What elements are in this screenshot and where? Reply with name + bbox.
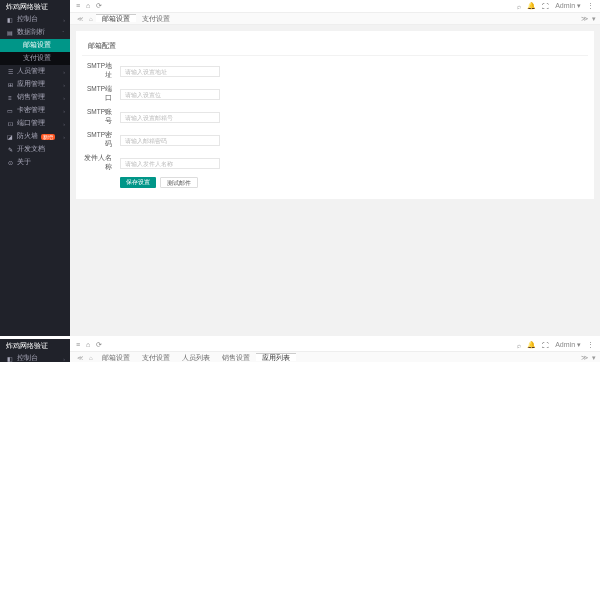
sidebar: 炸鸡网络验证 ◧控制台›☰人员管理›⊞应用管理˅应用列表版本管理公告管理变量管理… (0, 339, 70, 362)
mail-config-card: 邮箱配置 SMTP地址请输入设置地址SMTP端口请输入设置位SMTP账号请输入设… (76, 31, 594, 199)
chevron-icon: › (63, 95, 65, 101)
brand-logo: 炸鸡网络验证 (0, 0, 70, 13)
main-area: ≡ ⌂ ⟳ ⌕ 🔔 ⛶ Admin ▾ ⋮ ≪ ⌂ 邮箱设置支付设置 ≫ ▾ (70, 0, 600, 336)
tab-prev-icon[interactable]: ≪ (77, 354, 83, 361)
chevron-icon: › (63, 121, 65, 127)
chevron-icon: › (63, 17, 65, 23)
sidebar-item[interactable]: ◧控制台› (0, 13, 70, 26)
form-label: SMTP端口 (82, 85, 120, 103)
sidebar-icon: ⊙ (6, 159, 14, 166)
search-icon[interactable]: ⌕ (517, 3, 521, 10)
text-input[interactable]: 请输入设置邮箱号 (120, 112, 220, 123)
fullscreen-icon[interactable]: ⛶ (542, 3, 549, 10)
chevron-icon: › (63, 108, 65, 114)
sidebar-icon: ☰ (6, 68, 14, 75)
tab[interactable]: 销售设置 (216, 353, 256, 361)
sidebar-item[interactable]: ⊙关于 (0, 156, 70, 169)
form-label: SMTP地址 (82, 62, 120, 80)
main-area: ≡ ⌂ ⟳ ⌕ 🔔 ⛶ Admin ▾ ⋮ ≪ ⌂ 邮箱设置支付设置人员列表销售… (70, 339, 600, 362)
tab-home-icon[interactable]: ⌂ (89, 16, 93, 22)
sidebar-icon: ≡ (6, 95, 14, 101)
card-title: 邮箱配置 (82, 37, 588, 56)
refresh-icon[interactable]: ⟳ (96, 341, 102, 349)
tabbar: ≪ ⌂ 邮箱设置支付设置 ≫ ▾ (70, 13, 600, 25)
sidebar-icon: ◧ (6, 355, 14, 362)
tab[interactable]: 邮箱设置 (96, 14, 136, 22)
chevron-icon: › (63, 134, 65, 140)
tab-menu-icon[interactable]: ▾ (592, 354, 596, 362)
sidebar-icon: ▤ (6, 29, 14, 36)
fullscreen-icon[interactable]: ⛶ (542, 342, 549, 349)
sidebar-item[interactable]: ▤数据剖析˅ (0, 26, 70, 39)
form-label: SMTP密码 (82, 131, 120, 149)
tab-next-icon[interactable]: ≫ (581, 354, 588, 362)
bell-icon[interactable]: 🔔 (527, 341, 536, 349)
sidebar: 炸鸡网络验证 ◧控制台›▤数据剖析˅邮箱设置支付设置☰人员管理›⊞应用管理›≡销… (0, 0, 70, 336)
form-label: 发件人名称 (82, 154, 120, 172)
sidebar-icon: ◧ (6, 16, 14, 23)
sidebar-item[interactable]: ◧控制台› (0, 352, 70, 362)
topbar: ≡ ⌂ ⟳ ⌕ 🔔 ⛶ Admin ▾ ⋮ (70, 339, 600, 352)
sidebar-item[interactable]: ◪防火墙新增› (0, 130, 70, 143)
tab[interactable]: 人员列表 (176, 353, 216, 361)
user-menu[interactable]: Admin ▾ (555, 341, 581, 349)
sidebar-item[interactable]: ⊡端口管理› (0, 117, 70, 130)
sidebar-item[interactable]: ⊞应用管理› (0, 78, 70, 91)
new-badge: 新增 (41, 134, 55, 140)
form-label: SMTP账号 (82, 108, 120, 126)
more-icon[interactable]: ⋮ (587, 2, 594, 10)
sidebar-icon: ⊞ (6, 81, 14, 88)
tab[interactable]: 应用列表 (256, 353, 296, 361)
menu-icon[interactable]: ≡ (76, 341, 80, 349)
refresh-icon[interactable]: ⟳ (96, 2, 102, 10)
sidebar-item[interactable]: ▭卡密管理› (0, 104, 70, 117)
search-icon[interactable]: ⌕ (517, 342, 521, 349)
home-icon[interactable]: ⌂ (86, 2, 90, 10)
text-input[interactable]: 请输入邮箱密码 (120, 135, 220, 146)
sidebar-item[interactable]: 支付设置 (0, 52, 70, 65)
tab[interactable]: 支付设置 (136, 353, 176, 361)
home-icon[interactable]: ⌂ (86, 341, 90, 349)
topbar: ≡ ⌂ ⟳ ⌕ 🔔 ⛶ Admin ▾ ⋮ (70, 0, 600, 13)
sidebar-icon: ◪ (6, 133, 14, 140)
sidebar-item[interactable]: ≡销售管理› (0, 91, 70, 104)
tab-next-icon[interactable]: ≫ (581, 15, 588, 23)
tab[interactable]: 邮箱设置 (96, 353, 136, 361)
sidebar-item[interactable]: 邮箱设置 (0, 39, 70, 52)
chevron-icon: › (63, 82, 65, 88)
tabbar: ≪ ⌂ 邮箱设置支付设置人员列表销售设置应用列表 ≫ ▾ (70, 352, 600, 362)
chevron-icon: ˅ (62, 30, 65, 36)
save-button[interactable]: 保存设置 (120, 177, 156, 188)
user-menu[interactable]: Admin ▾ (555, 2, 581, 10)
tab[interactable]: 支付设置 (136, 14, 176, 22)
bell-icon[interactable]: 🔔 (527, 2, 536, 10)
text-input[interactable]: 请输入设置位 (120, 89, 220, 100)
tab-menu-icon[interactable]: ▾ (592, 15, 596, 23)
test-mail-button[interactable]: 测试邮件 (160, 177, 198, 188)
more-icon[interactable]: ⋮ (587, 341, 594, 349)
text-input[interactable]: 请输入设置地址 (120, 66, 220, 77)
sidebar-item[interactable]: ✎开发文档 (0, 143, 70, 156)
chevron-icon: › (63, 356, 65, 362)
sidebar-icon: ✎ (6, 146, 14, 153)
sidebar-icon: ⊡ (6, 120, 14, 127)
chevron-icon: › (63, 69, 65, 75)
tab-prev-icon[interactable]: ≪ (77, 15, 83, 22)
menu-icon[interactable]: ≡ (76, 2, 80, 10)
text-input[interactable]: 请输入发件人名称 (120, 158, 220, 169)
sidebar-icon: ▭ (6, 107, 14, 114)
sidebar-item[interactable]: ☰人员管理› (0, 65, 70, 78)
tab-home-icon[interactable]: ⌂ (89, 355, 93, 361)
brand-logo: 炸鸡网络验证 (0, 339, 70, 352)
